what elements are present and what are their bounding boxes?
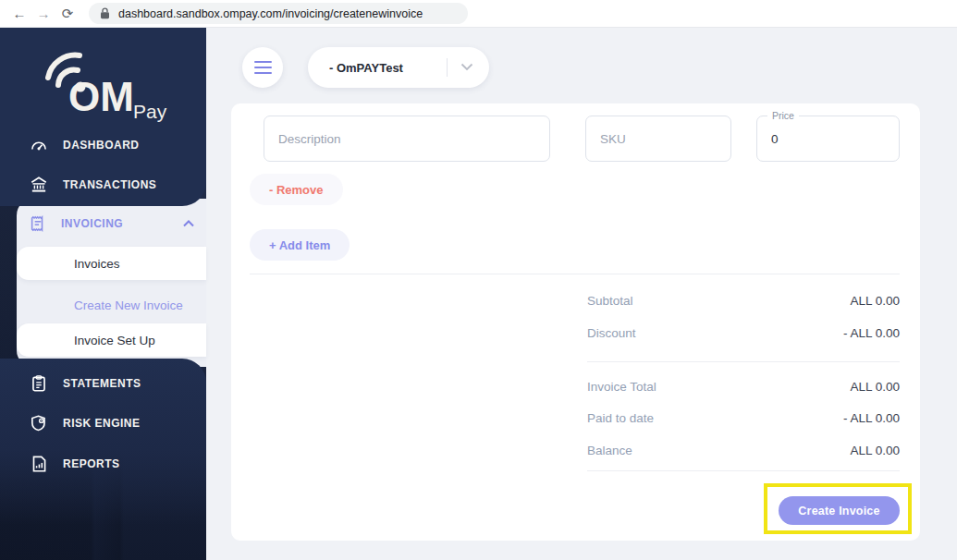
invoicing-expanded-panel: INVOICING Invoices Create New Invoice In…: [17, 199, 206, 367]
subtotal-row: Subtotal ALL 0.00: [587, 294, 900, 310]
balance-row: Balance ALL 0.00: [587, 444, 900, 460]
logo-text-om: OM: [68, 74, 134, 119]
divider: [447, 58, 448, 77]
menu-toggle-button[interactable]: [242, 47, 283, 88]
logo-text-pay: Pay: [133, 101, 167, 122]
balance-value: ALL 0.00: [850, 444, 900, 460]
sidebar-item-label: INVOICING: [61, 217, 170, 230]
ompay-logo: OM Pay: [28, 44, 185, 128]
divider: [250, 274, 900, 274]
topbar: - OmPAYTest: [206, 28, 957, 103]
subtotal-label: Subtotal: [587, 294, 633, 310]
browser-back-icon[interactable]: ←: [7, 0, 31, 28]
add-item-button[interactable]: + Add Item: [250, 229, 350, 261]
invoice-total-row: Invoice Total ALL 0.00: [587, 380, 900, 396]
hamburger-icon: [254, 61, 272, 64]
browser-address-bar: ← → ⟳ dashboard.sandbox.ompay.com/invoic…: [0, 0, 957, 28]
remove-item-button[interactable]: - Remove: [250, 174, 343, 205]
browser-reload-icon[interactable]: ⟳: [55, 0, 80, 28]
discount-row: Discount - ALL 0.00: [587, 326, 900, 343]
sku-input[interactable]: [586, 116, 730, 161]
subtotal-value: ALL 0.00: [850, 294, 900, 310]
price-input[interactable]: [757, 116, 899, 161]
create-invoice-panel: Price - Remove + Add Item Subtotal ALL 0…: [231, 103, 920, 541]
url-text: dashboard.sandbox.ompay.com/invoicing/cr…: [118, 7, 423, 20]
divider: [587, 470, 900, 471]
chevron-down-icon: [460, 63, 473, 71]
discount-value: - ALL 0.00: [843, 326, 900, 343]
subitem-label: Invoice Set Up: [74, 334, 155, 347]
shield-gear-icon: [29, 413, 49, 433]
clipboard-icon: [29, 373, 49, 394]
sidebar-subitem-invoice-set-up[interactable]: Invoice Set Up: [17, 323, 206, 357]
dashboard-gauge-icon: [29, 135, 49, 155]
sidebar-subitem-create-new-invoice[interactable]: Create New Invoice: [74, 296, 183, 314]
paid-to-date-value: - ALL 0.00: [843, 411, 900, 428]
sidebar-item-risk-engine[interactable]: RISK ENGINE: [0, 410, 206, 436]
description-field: [264, 116, 550, 162]
balance-label: Balance: [587, 444, 632, 460]
sku-field: [585, 116, 731, 162]
sidebar-item-dashboard[interactable]: DASHBOARD: [0, 132, 206, 158]
merchant-selector[interactable]: - OmPAYTest: [308, 47, 489, 88]
create-invoice-button[interactable]: Create Invoice: [779, 496, 900, 525]
sidebar-item-invoicing[interactable]: INVOICING: [28, 212, 200, 236]
sidebar: INVOICING Invoices Create New Invoice In…: [0, 28, 206, 560]
invoice-total-value: ALL 0.00: [850, 380, 900, 396]
sidebar-bottom-section: STATEMENTS RISK ENGINE REPORTS: [0, 359, 206, 525]
sidebar-item-label: STATEMENTS: [63, 377, 141, 390]
app-screen: ← → ⟳ dashboard.sandbox.ompay.com/invoic…: [0, 0, 957, 560]
description-input[interactable]: [264, 116, 549, 161]
sidebar-item-label: DASHBOARD: [63, 139, 140, 152]
sidebar-item-label: REPORTS: [63, 457, 120, 470]
paid-to-date-label: Paid to date: [587, 411, 654, 428]
sidebar-subitem-invoices[interactable]: Invoices: [17, 247, 206, 280]
bank-icon: [29, 175, 49, 195]
report-chart-icon: [29, 454, 49, 474]
sidebar-item-statements[interactable]: STATEMENTS: [0, 371, 206, 396]
subitem-label-active: Create New Invoice: [74, 298, 183, 312]
divider: [587, 361, 900, 362]
merchant-name: - OmPAYTest: [329, 61, 403, 75]
invoice-total-label: Invoice Total: [587, 380, 656, 396]
discount-label: Discount: [587, 326, 636, 343]
price-floating-label: Price: [767, 110, 799, 121]
invoice-icon: [28, 213, 48, 234]
paid-to-date-row: Paid to date - ALL 0.00: [587, 411, 900, 428]
sidebar-item-label: TRANSACTIONS: [63, 178, 156, 191]
lock-icon: [100, 7, 110, 19]
sidebar-item-reports[interactable]: REPORTS: [0, 451, 206, 477]
price-field: Price: [756, 116, 900, 162]
url-field[interactable]: dashboard.sandbox.ompay.com/invoicing/cr…: [89, 3, 468, 24]
sidebar-item-label: RISK ENGINE: [63, 417, 141, 430]
sidebar-item-transactions[interactable]: TRANSACTIONS: [0, 172, 206, 198]
subitem-label: Invoices: [74, 257, 120, 271]
chevron-up-icon: [183, 220, 194, 227]
sidebar-top-section: OM Pay DASHBOARD: [0, 28, 206, 206]
browser-forward-icon[interactable]: →: [31, 0, 55, 28]
